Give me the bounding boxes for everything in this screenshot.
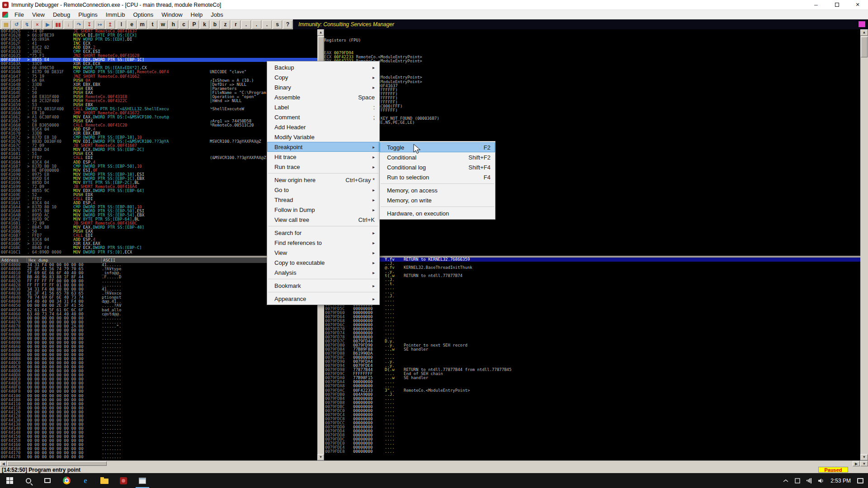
dot-button-2[interactable]: . [252,20,261,29]
stack-row[interactable]: 0079FD6800000000.... [324,319,860,323]
menu-item-conditional-log[interactable]: Conditional logShift+F4 [380,162,495,172]
active-app-button[interactable] [133,473,152,488]
menu-item-thread[interactable]: Thread▸ [267,195,379,205]
menu-item-memory-on-write[interactable]: Memory, on write [380,195,495,205]
stack-row[interactable]: 0079FD9877877B44D{.wRETURN to ntdll.7787… [324,368,860,372]
notification-center-icon[interactable] [857,478,863,483]
stack-row[interactable]: 0079FD4C00000000.... [324,290,860,294]
stack-row[interactable]: 0079FDD800000000.... [324,433,860,437]
menu-options[interactable]: Options [129,10,157,19]
stack-row[interactable]: 0079FD800079FD90..y.Pointer to next SEH … [324,343,860,347]
open-file-icon[interactable]: ▤ [1,20,11,29]
menu-item-search-for[interactable]: Search for▸ [267,228,379,238]
hardware-breakpoints-button[interactable]: z [221,20,230,29]
immunity-taskbar-button[interactable] [114,473,133,488]
menu-window[interactable]: Window [157,10,186,19]
horizontal-scrollbar[interactable]: ◀ ▶ ▼ [0,460,868,466]
register-line[interactable]: EDX 00F42233 RemoteCo.<ModuleEntryPoint> [324,59,860,63]
stack-row[interactable]: 0079FD380079FD98..y. [324,270,860,274]
stack-row[interactable]: 0079FD900079FDA4..y. [324,360,860,364]
stack-row[interactable]: 0079FDA077B98F15...wSE handler [324,376,860,380]
step-into-icon[interactable]: ↓ [64,20,73,29]
stack-row[interactable]: 0079FDCC00000000.... [324,421,860,425]
menu-item-run-trace[interactable]: Run trace▸ [267,162,379,172]
stack-row[interactable]: 0079FDC800000000.... [324,417,860,421]
stack-scroll-up-icon[interactable]: ▲ [860,29,868,36]
register-line[interactable]: EFL 00000246 (NO,NB,E,BE,NS,PE,GE,LE) [324,121,860,125]
menu-jobs[interactable]: Jobs [207,10,227,19]
stack-row[interactable]: 0079FDA400000000.... [324,380,860,384]
corner-scroll-icon[interactable]: ▼ [860,461,868,466]
stack-row[interactable]: 0079FDB400000000.... [324,397,860,401]
stack-row[interactable]: 0079FD9CFFFFFFFF....End of SEH chain [324,372,860,376]
register-line[interactable]: A 0 SS 002B 32bit 0(FFFFFFFF) [324,96,860,100]
disasm-row[interactable]: 00F41630. 83C2 02ADD EDX,2 [0,46,317,50]
stack-row[interactable]: 0079FD40004A9000..J. [324,278,860,282]
menu-item-assemble[interactable]: AssembleSpace [267,92,379,102]
disasm-row[interactable]: 00F4162C. 66:893AMOV WORD PTR DS:[EDX],D… [0,38,317,42]
handles-button[interactable]: h [169,20,178,29]
menu-file[interactable]: File [10,10,28,19]
menu-item-bookmark[interactable]: Bookmark▸ [267,281,379,291]
patches-button[interactable]: P [189,20,199,29]
stack-row[interactable]: 0079FDD000000000.... [324,425,860,429]
stack-row[interactable]: 0079FD7C0079FD44D.y. [324,339,860,343]
stack-row[interactable]: 0079FDB800000000.... [324,401,860,405]
menu-item-breakpoint[interactable]: Breakpoint▸ [267,142,379,152]
stack-row[interactable]: 0079FDE800000000.... [324,450,860,454]
menu-item-copy[interactable]: Copy▸ [267,72,379,82]
stack-row[interactable]: 0079FD3C77877B74t{.wRETURN to ntdll.7787… [324,274,860,278]
stack-row[interactable]: 0079FDC400000000.... [324,413,860,417]
disasm-row[interactable]: 00F41633. 3BCECMP ECX,ESI [0,50,317,54]
stack-row[interactable]: 0079FD2C76866359Y.fvRETURN to KERNEL32.7… [324,258,860,262]
menu-item-comment[interactable]: Comment; [267,112,379,122]
register-line[interactable]: EDI 00F42233 RemoteCo.<ModuleEntryPoint> [324,80,860,84]
register-line[interactable]: T 0 GS 002B 32bit 0(FFFFFFFF) [324,108,860,113]
stack-pane[interactable]: 0079FD2C76866359Y.fvRETURN to KERNEL32.7… [324,258,860,460]
step-over-icon[interactable]: ↷ [74,20,84,29]
menu-item-appearance[interactable]: Appearance▸ [267,294,379,304]
menu-item-binary[interactable]: Binary▸ [267,82,379,92]
stack-row[interactable]: 0079FDE000000000.... [324,441,860,446]
stack-row[interactable]: 0079FD6C00000000.... [324,323,860,327]
menu-item-analysis[interactable]: Analysis▸ [267,267,379,277]
menu-item-hardware-on-execution[interactable]: Hardware, on execution [380,208,495,218]
stack-scroll-thumb[interactable] [861,37,868,57]
source-button[interactable]: s [273,20,282,29]
stack-row[interactable]: 0079FDC000000000.... [324,409,860,413]
volume-icon[interactable] [818,478,824,483]
maximize-button[interactable] [826,0,847,10]
menu-item-add-header[interactable]: Add Header [267,122,379,132]
windows-button[interactable]: w [158,20,168,29]
stack-row[interactable]: 0079FD6400000000.... [324,315,860,319]
close-button[interactable]: ✕ [847,0,868,10]
register-line[interactable]: S 0 FS 0053 32bit 7EFAC000(FFF) [324,104,860,108]
tray-app-icon[interactable] [795,478,800,483]
attach-icon[interactable]: ↯ [22,20,32,29]
start-button[interactable] [0,473,19,488]
menu-item-label[interactable]: Label: [267,102,379,112]
stack-row[interactable]: 0079FD6000000000.... [324,311,860,315]
run-icon[interactable]: ▶ [43,20,52,29]
register-line[interactable]: ESP 0079FD2C [324,67,860,71]
stack-row[interactable]: 0079FD88B61990DA.... [324,352,860,356]
chrome-taskbar-button[interactable] [57,473,76,488]
tray-chevron-icon[interactable] [783,479,788,483]
register-line[interactable]: Z 1 DS 002B 32bit 0(FFFFFFFF) [324,100,860,104]
clock[interactable]: 2:53 PM [830,478,851,484]
stack-row[interactable]: 0079FD5800000000.... [324,303,860,307]
call-stack-button[interactable]: k [200,20,209,29]
stack-scroll-down-icon[interactable]: ▼ [860,454,868,460]
stack-row[interactable]: 0079FDDC00000000.... [324,437,860,441]
dump-scroll-down-icon[interactable]: ▼ [317,454,324,460]
trace-over-icon[interactable]: ↦ [95,20,104,29]
close-program-icon[interactable]: × [33,20,42,29]
help-button[interactable]: ? [283,20,292,29]
menu-view[interactable]: View [28,10,49,19]
stack-row[interactable]: 0079FDA800000000.... [324,384,860,388]
breakpoints-button[interactable]: b [210,20,220,29]
hscroll-thumb[interactable] [7,461,107,466]
register-line[interactable]: C 0 ES 002B 32bit 0(FFFFFFFF) [324,88,860,92]
pause-icon[interactable]: ▮▮ [53,20,63,29]
stack-row[interactable]: 0079FD50004A9000..J. [324,294,860,298]
